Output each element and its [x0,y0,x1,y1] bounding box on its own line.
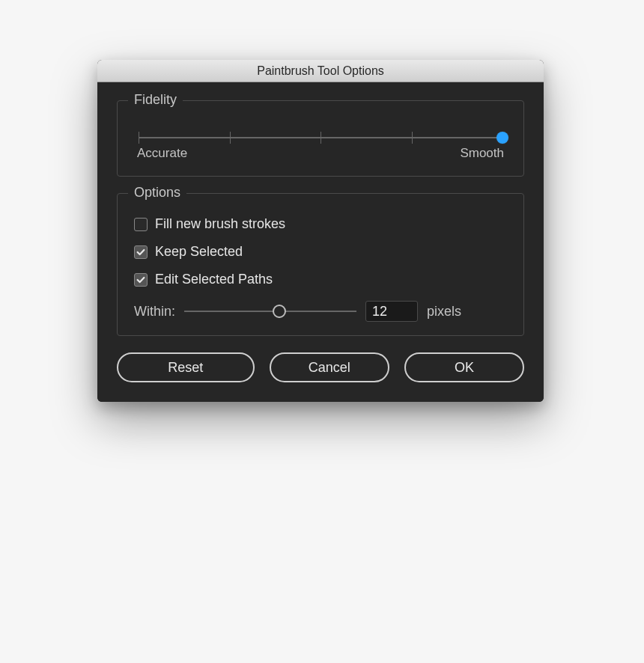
button-label: Cancel [309,360,350,376]
fidelity-tick [139,132,139,144]
fidelity-track [139,137,502,138]
option-label: Edit Selected Paths [155,272,273,287]
fidelity-slider[interactable]: Accurate Smooth [133,117,508,165]
ok-button[interactable]: OK [404,352,524,382]
reset-button[interactable]: Reset [117,352,255,382]
fidelity-tick [412,132,413,144]
option-fill-new-brush-strokes[interactable]: Fill new brush strokes [133,210,508,238]
dialog-titlebar[interactable]: Paintbrush Tool Options [97,60,544,82]
within-row: Within: pixels [133,293,508,325]
fidelity-right-label: Smooth [460,146,504,161]
fidelity-legend: Fidelity [128,92,183,108]
fidelity-group: Fidelity Accurate Smooth [117,100,524,177]
checkbox-keep-selected[interactable] [134,245,148,259]
fidelity-thumb[interactable] [496,132,508,144]
within-slider[interactable] [184,304,356,319]
option-keep-selected[interactable]: Keep Selected [133,238,508,266]
dialog-title: Paintbrush Tool Options [257,64,384,78]
options-legend: Options [128,185,186,201]
paintbrush-options-dialog: Paintbrush Tool Options Fidelity [97,60,544,402]
cancel-button[interactable]: Cancel [270,352,389,382]
checkbox-edit-selected-paths[interactable] [134,273,148,287]
fidelity-tick [230,132,231,144]
dialog-body: Fidelity Accurate Smooth [97,82,544,402]
within-label: Within: [134,304,175,320]
button-label: Reset [168,360,203,376]
button-label: OK [455,360,474,376]
option-edit-selected-paths[interactable]: Edit Selected Paths [133,266,508,293]
checkbox-fill-new-brush-strokes[interactable] [134,218,148,231]
option-label: Keep Selected [155,244,243,260]
within-track [184,311,356,312]
dialog-button-row: Reset Cancel OK [117,352,524,382]
fidelity-tick [321,132,321,144]
within-thumb[interactable] [273,305,286,318]
option-label: Fill new brush strokes [155,216,285,232]
options-group: Options Fill new brush strokes Keep Sele… [117,193,524,336]
fidelity-left-label: Accurate [137,146,187,161]
within-unit: pixels [427,304,461,320]
within-value-input[interactable] [365,301,418,322]
